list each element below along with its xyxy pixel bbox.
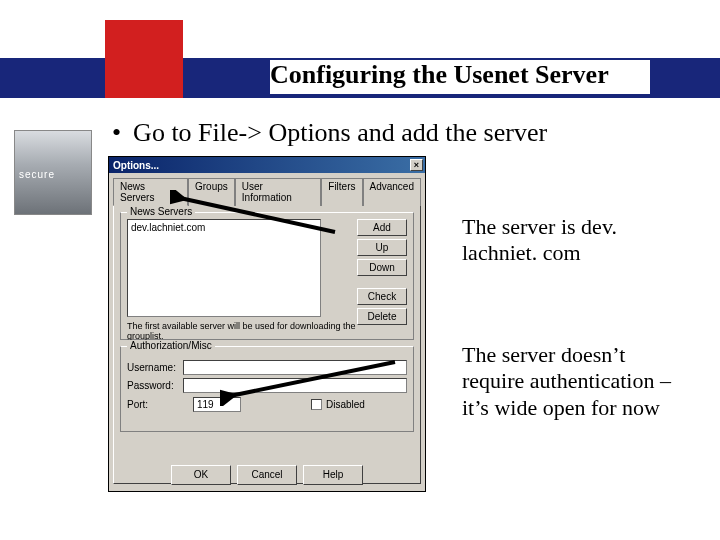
annotation-server: The server is dev. lachniet. com: [462, 214, 662, 267]
help-button[interactable]: Help: [303, 465, 363, 485]
dialog-tabs: News Servers Groups User Information Fil…: [113, 177, 421, 206]
logo-square: [105, 20, 183, 98]
slide-title: Configuring the Usenet Server: [270, 60, 650, 94]
options-dialog: Options... × News Servers Groups User In…: [108, 156, 426, 492]
port-field[interactable]: 119: [193, 397, 241, 412]
check-button[interactable]: Check: [357, 288, 407, 305]
checkbox-icon: [311, 399, 322, 410]
server-button-column: Add Up Down Check Delete: [357, 219, 407, 325]
password-field[interactable]: [183, 378, 407, 393]
dialog-title: Options...: [113, 160, 159, 171]
tab-news-servers[interactable]: News Servers: [113, 178, 188, 206]
bullet-text: Go to File-> Options and add the server: [133, 118, 547, 147]
tab-body: dev.lachniet.com Add Up Down Check Delet…: [113, 206, 421, 484]
ok-button[interactable]: OK: [171, 465, 231, 485]
tab-advanced[interactable]: Advanced: [363, 178, 421, 206]
add-button[interactable]: Add: [357, 219, 407, 236]
tab-filters[interactable]: Filters: [321, 178, 362, 206]
close-icon[interactable]: ×: [410, 159, 423, 171]
server-list-item[interactable]: dev.lachniet.com: [131, 222, 317, 233]
server-list[interactable]: dev.lachniet.com: [127, 219, 321, 317]
disabled-checkbox[interactable]: Disabled: [311, 399, 365, 410]
cancel-button[interactable]: Cancel: [237, 465, 297, 485]
secure-badge-text: secure: [19, 169, 55, 180]
up-button[interactable]: Up: [357, 239, 407, 256]
bullet-dot: •: [112, 118, 121, 147]
group-news-servers: dev.lachniet.com Add Up Down Check Delet…: [120, 212, 414, 340]
group-authorization: Username: Password: Port: 119 Disabled: [120, 346, 414, 432]
secure-badge-image: secure: [14, 130, 92, 215]
username-label: Username:: [127, 362, 183, 373]
down-button[interactable]: Down: [357, 259, 407, 276]
dialog-button-row: OK Cancel Help: [109, 465, 425, 485]
tab-groups[interactable]: Groups: [188, 178, 235, 206]
username-field[interactable]: [183, 360, 407, 375]
spacer: [357, 279, 407, 285]
annotation-auth: The server doesn’t require authenticatio…: [462, 342, 672, 421]
tab-user-information[interactable]: User Information: [235, 178, 321, 206]
disabled-label: Disabled: [326, 399, 365, 410]
server-hint-text: The first available server will be used …: [127, 321, 377, 341]
bullet-line: •Go to File-> Options and add the server: [112, 118, 547, 148]
port-label: Port:: [127, 399, 183, 410]
password-label: Password:: [127, 380, 183, 391]
dialog-titlebar[interactable]: Options... ×: [109, 157, 425, 173]
